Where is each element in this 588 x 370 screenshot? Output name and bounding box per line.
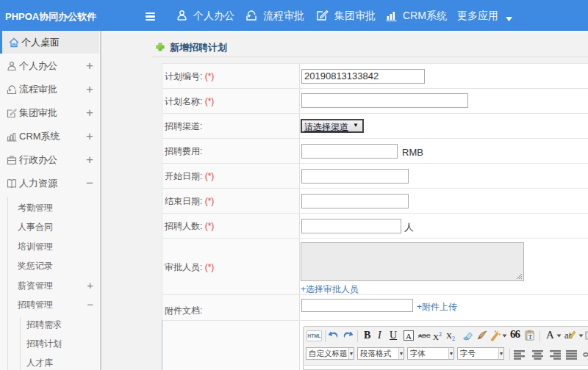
svg-text:T: T: [528, 334, 533, 341]
